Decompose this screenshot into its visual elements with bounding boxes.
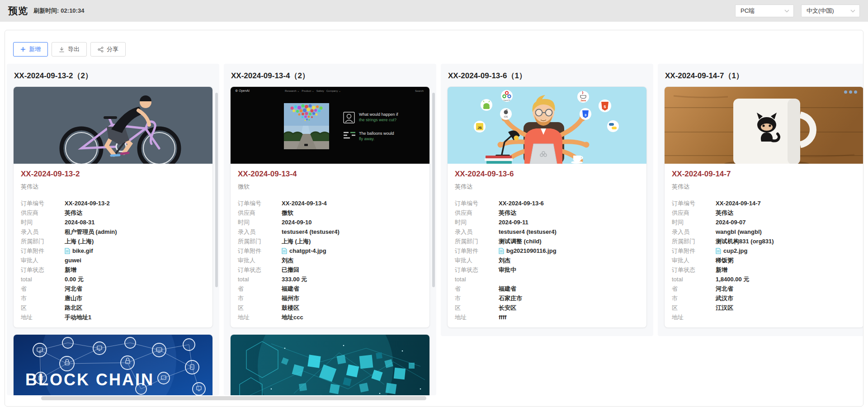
field-value: 0.00 元 — [65, 275, 84, 284]
field-label: 订单附件 — [21, 246, 65, 256]
field-value: guwei — [65, 256, 81, 265]
file-icon — [65, 248, 70, 254]
refresh-label: 刷新时间: — [33, 7, 59, 14]
field-label: 省 — [672, 284, 716, 294]
column-scrollbar[interactable] — [432, 93, 435, 287]
field-row: total — [455, 275, 639, 284]
card-more-actions-icon[interactable] — [844, 90, 857, 94]
column-scrollbar[interactable] — [215, 93, 218, 287]
field-label: 审批人 — [672, 256, 716, 265]
order-card-partial[interactable]: BLOCK CHAIN — [13, 334, 213, 395]
field-label: 录入员 — [455, 227, 499, 237]
card-title: XX-2024-09-13-6 — [455, 170, 639, 179]
field-value: 2024-08-31 — [65, 218, 95, 227]
field-value: 武汉市 — [716, 294, 733, 303]
share-button[interactable]: 分享 — [90, 42, 126, 57]
attachment-link[interactable]: bike.gif — [65, 246, 93, 256]
svg-text:3: 3 — [585, 113, 587, 117]
field-label: 时间 — [672, 218, 716, 227]
field-row: 所属部门测试机构831 (org831) — [672, 237, 856, 246]
card-title: XX-2024-09-13-4 — [238, 170, 422, 179]
file-icon — [282, 248, 287, 254]
device-select-value: PC端 — [741, 7, 755, 15]
field-row: 审批人稀饭粥 — [672, 256, 856, 265]
field-label: 录入员 — [238, 227, 282, 237]
field-value: 已撤回 — [282, 265, 299, 275]
board-column-1: XX-2024-09-13-2（2） — [7, 64, 219, 395]
field-row: 订单编号XX-2024-09-14-7 — [672, 199, 856, 208]
field-label: 地址 — [455, 313, 499, 322]
svg-text:OpenCV: OpenCV — [503, 99, 510, 101]
blockchain-banner: BLOCK CHAIN — [14, 335, 212, 395]
field-list: 订单编号XX-2024-09-13-6 供应商英伟达 时间2024-09-11 … — [455, 199, 639, 322]
plus-icon — [20, 47, 26, 52]
field-row: 审批人guwei — [21, 256, 205, 265]
order-card[interactable]: XX-2024-09-14-7 英伟达 订单编号XX-2024-09-14-7 … — [664, 86, 863, 328]
field-label: 市 — [238, 294, 282, 303]
field-row-attachment: 订单附件bg2021090116.jpg — [455, 246, 639, 256]
field-row: 录入员testuser4 (testuser4) — [455, 227, 639, 237]
field-row: 省河北省 — [672, 284, 856, 294]
field-row: 省福建省 — [238, 284, 422, 294]
card-title: XX-2024-09-14-7 — [672, 170, 856, 179]
attachment-filename: bike.gif — [72, 246, 93, 256]
field-label: 区 — [238, 303, 282, 313]
export-button[interactable]: 导出 — [52, 42, 87, 57]
order-card[interactable]: ⚙ OpenAI Research ⌄ Product ⌄ Safety Com… — [230, 86, 430, 328]
bike-illustration — [14, 87, 212, 164]
field-row: 省福建省 — [455, 284, 639, 294]
attachment-link[interactable]: cup2.jpg — [716, 246, 747, 256]
field-label: 所属部门 — [238, 237, 282, 246]
field-row: total1,8400.00 元 — [672, 275, 856, 284]
field-row: 地址 — [672, 313, 856, 322]
field-value: 稀饭粥 — [716, 256, 733, 265]
field-row: total333.00 元 — [238, 275, 422, 284]
field-value: XX-2024-09-13-6 — [499, 199, 544, 208]
field-value: 鼓楼区 — [282, 303, 299, 313]
language-select-value: 中文(中国) — [807, 7, 834, 15]
field-label: 所属部门 — [21, 237, 65, 246]
attachment-link[interactable]: chatgpt-4.jpg — [282, 246, 326, 256]
attachment-filename: chatgpt-4.jpg — [289, 246, 326, 256]
field-label: 所属部门 — [672, 237, 716, 246]
card-image-openai: ⚙ OpenAI Research ⌄ Product ⌄ Safety Com… — [231, 87, 429, 164]
openai-balloons-screenshot: ⚙ OpenAI Research ⌄ Product ⌄ Safety Com… — [231, 87, 429, 164]
field-label: 供应商 — [21, 208, 65, 218]
field-value: 英伟达 — [499, 208, 516, 218]
field-label: 省 — [455, 284, 499, 294]
language-select[interactable]: 中文(中国) — [801, 5, 860, 17]
add-button-label: 新增 — [29, 45, 41, 53]
field-label: 订单状态 — [21, 265, 65, 275]
order-card[interactable]: XX-2024-09-13-2 英伟达 订单编号XX-2024-09-13-2 … — [13, 86, 213, 328]
field-value: 英伟达 — [716, 208, 733, 218]
attachment-filename: bg2021090116.jpg — [506, 246, 557, 256]
field-value: 手动地址1 — [65, 313, 91, 322]
field-row: 订单编号XX-2024-09-13-6 — [455, 199, 639, 208]
add-button[interactable]: 新增 — [13, 42, 48, 57]
field-row: 订单状态新增 — [21, 265, 205, 275]
svg-text:BLOCK CHAIN: BLOCK CHAIN — [25, 370, 154, 389]
export-button-label: 导出 — [68, 45, 80, 53]
cyan-blockchain-cubes — [231, 335, 429, 395]
field-value: 唐山市 — [65, 294, 82, 303]
field-row: 录入员租户管理员 (admin) — [21, 227, 205, 237]
share-button-label: 分享 — [107, 45, 118, 53]
order-card[interactable]: OpenCV iOS JS Java — [447, 86, 647, 328]
field-row: 订单编号XX-2024-09-13-2 — [21, 199, 205, 208]
column-title: XX-2024-09-13-2（2） — [13, 64, 213, 86]
field-label: 审批人 — [455, 256, 499, 265]
field-label: 订单状态 — [455, 265, 499, 275]
horizontal-scrollbar[interactable] — [41, 396, 426, 400]
field-value: 测试调整 (child) — [499, 237, 542, 246]
order-card-partial[interactable] — [230, 334, 430, 395]
attachment-link[interactable]: bg2021090116.jpg — [499, 246, 557, 256]
field-value: 2024-09-11 — [499, 218, 528, 227]
field-value: 福州市 — [282, 294, 299, 303]
device-select[interactable]: PC端 — [735, 5, 794, 17]
field-label: 订单状态 — [672, 265, 716, 275]
field-row: 供应商英伟达 — [672, 208, 856, 218]
field-value: 长安区 — [499, 303, 516, 313]
chevron-down-icon — [850, 9, 855, 13]
field-row: total0.00 元 — [21, 275, 205, 284]
field-label: total — [672, 275, 716, 284]
